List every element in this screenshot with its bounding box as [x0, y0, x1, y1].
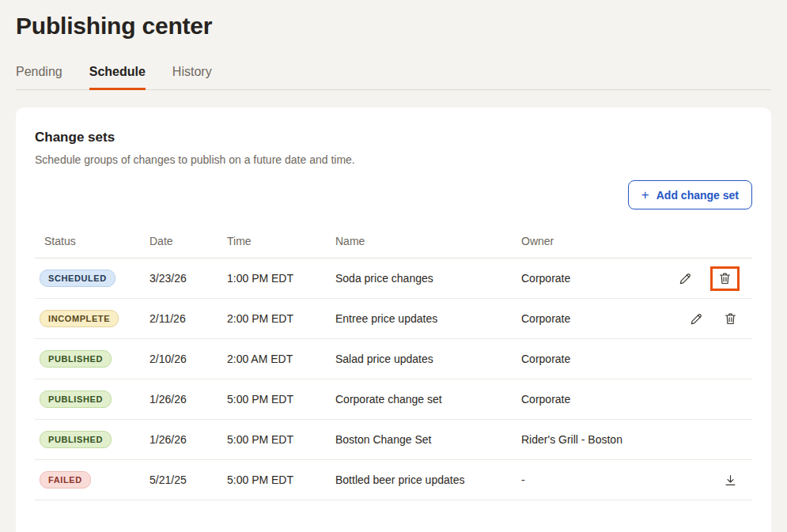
status-cell: SCHEDULED	[35, 258, 143, 299]
plus-icon: +	[641, 188, 649, 202]
column-header-time: Time	[221, 227, 329, 258]
actions-cell	[665, 339, 752, 379]
name-cell: Bottled beer price updates	[329, 460, 515, 500]
download-button[interactable]	[721, 471, 740, 489]
status-cell: PUBLISHED	[35, 379, 143, 420]
time-cell: 2:00 PM EDT	[221, 299, 329, 339]
status-cell: INCOMPLETE	[35, 299, 143, 339]
actions-cell	[665, 299, 752, 339]
actions-cell	[665, 460, 752, 500]
add-change-set-label: Add change set	[656, 189, 739, 202]
date-cell: 3/23/26	[143, 258, 221, 299]
date-cell: 2/11/26	[143, 299, 221, 339]
table-row: FAILED5/21/255:00 PM EDTBottled beer pri…	[35, 460, 752, 500]
table-header-row: StatusDateTimeNameOwner	[35, 227, 752, 258]
name-cell: Entree price updates	[329, 299, 515, 339]
table-row: SCHEDULED3/23/261:00 PM EDTSoda price ch…	[35, 258, 752, 299]
add-change-set-button[interactable]: + Add change set	[628, 180, 752, 209]
download-icon	[723, 473, 738, 488]
date-cell: 5/21/25	[143, 460, 221, 500]
column-header-date: Date	[143, 227, 221, 258]
change-sets-card: Change sets Schedule groups of changes t…	[16, 108, 771, 532]
delete-button[interactable]	[721, 310, 740, 328]
status-badge: SCHEDULED	[40, 270, 115, 287]
owner-cell: Corporate	[515, 299, 665, 339]
trash-icon	[717, 271, 732, 286]
column-header-name: Name	[329, 227, 515, 258]
status-badge: PUBLISHED	[40, 350, 112, 368]
pencil-icon	[689, 311, 704, 326]
table-row: PUBLISHED2/10/262:00 AM EDTSalad price u…	[35, 339, 752, 379]
name-cell: Corporate change set	[329, 379, 515, 420]
date-cell: 1/26/26	[143, 420, 221, 460]
card-heading: Change sets	[35, 130, 752, 145]
column-header-status: Status	[35, 227, 143, 258]
table-body: SCHEDULED3/23/261:00 PM EDTSoda price ch…	[35, 258, 752, 500]
actions-cell	[665, 258, 752, 299]
date-cell: 2/10/26	[143, 339, 221, 379]
name-cell: Boston Change Set	[329, 420, 515, 460]
date-cell: 1/26/26	[143, 379, 221, 420]
owner-cell: Corporate	[515, 339, 665, 379]
actions-cell	[665, 379, 752, 420]
button-row: + Add change set	[35, 180, 752, 209]
owner-cell: Rider's Grill - Boston	[515, 420, 665, 460]
change-sets-table: StatusDateTimeNameOwner SCHEDULED3/23/26…	[35, 227, 752, 500]
table-row: PUBLISHED1/26/265:00 PM EDTCorporate cha…	[35, 379, 752, 420]
name-cell: Salad price updates	[329, 339, 515, 379]
column-header-owner: Owner	[515, 227, 665, 258]
page-title: Publishing center	[16, 13, 771, 40]
trash-icon	[723, 311, 738, 326]
table-row: PUBLISHED1/26/265:00 PM EDTBoston Change…	[35, 420, 752, 460]
owner-cell: Corporate	[515, 379, 665, 420]
tab-bar: PendingScheduleHistory	[16, 58, 771, 90]
status-cell: FAILED	[35, 460, 143, 500]
table-header: StatusDateTimeNameOwner	[35, 227, 752, 258]
tab-schedule[interactable]: Schedule	[89, 58, 146, 89]
actions-cell	[665, 420, 752, 460]
time-cell: 5:00 PM EDT	[221, 460, 329, 500]
owner-cell: -	[515, 460, 665, 500]
time-cell: 5:00 PM EDT	[221, 379, 329, 420]
table-row: INCOMPLETE2/11/262:00 PM EDTEntree price…	[35, 299, 752, 339]
time-cell: 5:00 PM EDT	[221, 420, 329, 460]
time-cell: 2:00 AM EDT	[221, 339, 329, 379]
edit-button[interactable]	[687, 310, 706, 328]
tab-pending[interactable]: Pending	[16, 58, 62, 89]
status-badge: PUBLISHED	[40, 431, 112, 448]
status-cell: PUBLISHED	[35, 339, 143, 379]
status-cell: PUBLISHED	[35, 420, 143, 460]
pencil-icon	[678, 271, 693, 286]
card-subheading: Schedule groups of changes to publish on…	[35, 153, 752, 166]
time-cell: 1:00 PM EDT	[221, 258, 329, 299]
edit-button[interactable]	[676, 270, 694, 288]
owner-cell: Corporate	[515, 258, 665, 299]
status-badge: PUBLISHED	[40, 391, 112, 408]
publishing-center-page: Publishing center PendingScheduleHistory…	[0, 13, 787, 532]
status-badge: INCOMPLETE	[40, 310, 119, 327]
name-cell: Soda price changes	[329, 258, 515, 299]
column-header-actions	[665, 227, 752, 258]
delete-button[interactable]	[717, 270, 733, 287]
tab-history[interactable]: History	[172, 58, 212, 89]
status-badge: FAILED	[40, 471, 91, 489]
highlight-box	[710, 266, 740, 291]
